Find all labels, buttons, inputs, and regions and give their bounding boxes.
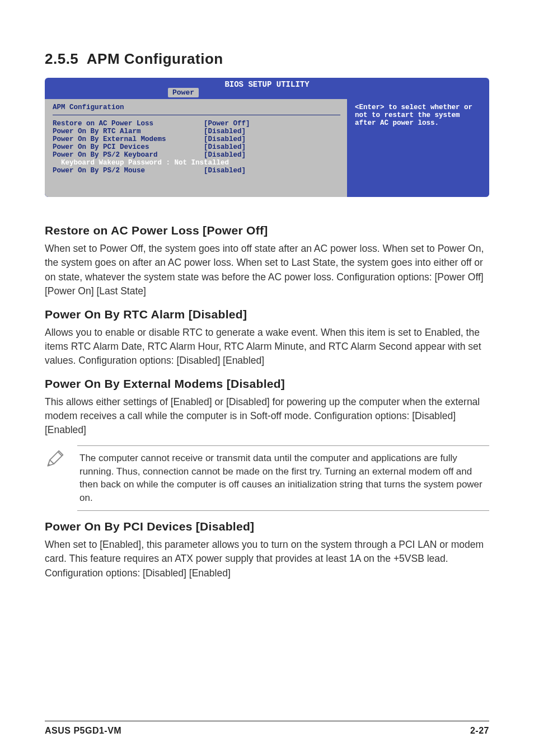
bios-tab-power: Power — [168, 88, 199, 97]
bios-left-panel: APM Configuration Restore on AC Power Lo… — [45, 99, 347, 197]
bios-row: Power On By RTC Alarm[Disabled] — [53, 128, 340, 135]
note-block: The computer cannot receive or transmit … — [45, 445, 489, 511]
pencil-icon — [45, 449, 65, 471]
bios-help-text: <Enter> to select whether or not to rest… — [355, 104, 472, 127]
section-heading: 2.5.5 APM Configuration — [45, 50, 489, 68]
bios-screenshot: BIOS SETUP UTILITY Power APM Configurati… — [45, 78, 489, 197]
bios-row: Power On By PS/2 Mouse[Disabled] — [53, 167, 340, 175]
body-paragraph: When set to [Enabled], this parameter al… — [45, 538, 489, 580]
bios-help-panel: <Enter> to select whether or not to rest… — [347, 99, 489, 197]
body-paragraph: When set to Power Off, the system goes i… — [45, 242, 489, 299]
bios-config-title: APM Configuration — [53, 104, 340, 115]
body-paragraph: Allows you to enable or disable RTC to g… — [45, 326, 489, 368]
bios-row-highlight: Keyboard Wakeup Password : Not Installed — [53, 159, 340, 167]
page-footer: ASUS P5GD1-VM 2-27 — [45, 721, 489, 736]
subsection-heading: Restore on AC Power Loss [Power Off] — [45, 224, 489, 237]
section-number: 2.5.5 — [45, 50, 78, 67]
bios-row: Power On By PS/2 Keyboard[Disabled] — [53, 151, 340, 159]
bios-title: BIOS SETUP UTILITY — [224, 80, 309, 89]
subsection-heading: Power On By External Modems [Disabled] — [45, 377, 489, 391]
footer-right: 2-27 — [470, 726, 489, 736]
section-title: APM Configuration — [87, 50, 223, 67]
body-paragraph: This allows either settings of [Enabled]… — [45, 395, 489, 438]
bios-row: Power On By External Modems[Disabled] — [53, 135, 340, 143]
subsection-heading: Power On By PCI Devices [Disabled] — [45, 520, 489, 533]
subsection-heading: Power On By RTC Alarm [Disabled] — [45, 308, 489, 321]
bios-row: Restore on AC Power Loss[Power Off] — [53, 120, 340, 128]
footer-left: ASUS P5GD1-VM — [45, 726, 121, 736]
note-text: The computer cannot receive or transmit … — [77, 445, 489, 511]
bios-row: Power On By PCI Devices[Disabled] — [53, 143, 340, 151]
